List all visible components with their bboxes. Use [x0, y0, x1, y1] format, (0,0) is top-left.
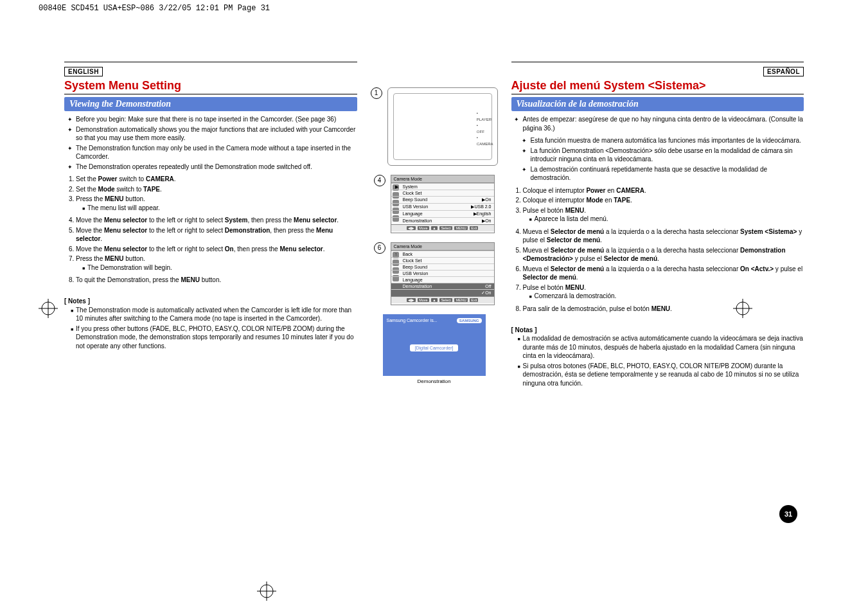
- step: Coloque el interruptor Power en CAMERA.: [523, 186, 804, 195]
- language-tag-english: ENGLISH: [64, 67, 103, 76]
- note-item: La modalidad de demostración se activa a…: [523, 334, 804, 360]
- body-left: Before you begin: Make sure that there i…: [64, 115, 357, 350]
- osd-row: Clock Set: [391, 190, 494, 196]
- osd-row: ↑Back: [391, 251, 494, 257]
- osd-row-highlight: ✓On: [391, 289, 494, 296]
- mode-label: • CAMERA: [477, 135, 493, 147]
- intro-item: The Demonstration function may only be u…: [76, 144, 357, 161]
- step: Set the Mode switch to TAPE.: [76, 185, 357, 194]
- figure-1: 1 • PLAYER • OFF • CAMERA: [371, 87, 498, 166]
- file-header: 00840E SCD451 USA+ESP~086 3/22/05 12:01 …: [0, 0, 868, 17]
- step: Mueva el Selector de menú a la izquierda…: [523, 265, 804, 282]
- illustration-column: 1 • PLAYER • OFF • CAMERA 4 Camera Mode: [370, 62, 499, 391]
- substep: Aparece la lista del menú.: [535, 215, 804, 224]
- osd-legend: ◀▶ Move ▲ Select MENU Exit: [391, 224, 494, 231]
- section-bar-left: Viewing the Demonstration: [64, 97, 357, 111]
- brand-badge: SAMSUNG: [457, 318, 482, 323]
- intro-item: La demostración continuará repetidamente…: [531, 165, 804, 182]
- step: Para salir de la demostración, pulse el …: [523, 305, 804, 314]
- title-left: System Menu Setting: [64, 79, 357, 93]
- demo-screen: Samsung Camcorder is... SAMSUNG [Digital…: [383, 314, 486, 376]
- step: Move the Menu selector to the left or ri…: [76, 226, 357, 244]
- osd-screen-1: Camera Mode ▶System Clock Set Beep Sound…: [391, 175, 495, 233]
- intro-item: Demonstration automatically shows you th…: [76, 125, 357, 143]
- figure-6: 6 Camera Mode ↑Back Clock Set Beep Sound…: [374, 242, 495, 305]
- step: To quit the Demonstration, press the MEN…: [76, 276, 357, 285]
- intro-lead: Antes de empezar: asegúrese de que no ha…: [523, 115, 804, 132]
- step: Coloque el interruptor Mode en TAPE.: [523, 196, 804, 205]
- mode-label: • OFF: [477, 123, 493, 135]
- figure-number-1: 1: [371, 87, 382, 99]
- step: Set the Power switch to CAMERA.: [76, 175, 357, 184]
- osd-row: USB Version▶USB 2.0: [391, 203, 494, 210]
- figure-number-6: 6: [374, 242, 385, 254]
- note-item: The Demonstration mode is automatically …: [76, 306, 357, 323]
- intro-item: La función Demonstration <Demostración> …: [531, 147, 804, 164]
- demo-pill: [Digital Camcorder]: [410, 344, 459, 351]
- demo-top-text: Samsung Camcorder is...: [387, 318, 438, 323]
- step: Press the MENU button. The menu list wil…: [76, 195, 357, 212]
- step: Pulse el botón MENU. Aparece la lista de…: [523, 206, 804, 224]
- osd-title: Camera Mode: [391, 175, 494, 183]
- substep: The menu list will appear.: [87, 204, 357, 213]
- camcorder-drawing: • PLAYER • OFF • CAMERA: [387, 87, 498, 166]
- step: Mueva el Selector de menú a la izquierda…: [523, 227, 804, 245]
- step: Pulse el botón MENU. Comenzará la demost…: [523, 283, 804, 301]
- substep: The Demonstration will begin.: [87, 263, 357, 272]
- figure-4: 4 Camera Mode ▶System Clock Set Beep Sou…: [374, 175, 495, 233]
- osd-row: Clock Set: [391, 257, 494, 263]
- osd-row: ▶System: [391, 183, 494, 190]
- language-tag-spanish: ESPAÑOL: [763, 67, 804, 76]
- demo-screen-figure: Samsung Camcorder is... SAMSUNG [Digital…: [383, 314, 486, 384]
- osd-legend: ◀▶ Move ▲ Select MENU Exit: [391, 296, 494, 303]
- page-number-badge: 31: [779, 505, 797, 523]
- intro-item: The Demonstration operates repeatedly un…: [76, 163, 357, 172]
- demo-caption: Demonstration: [383, 378, 486, 384]
- step: Mueva el Selector de menú a la izquierda…: [523, 246, 804, 263]
- title-right: Ajuste del menú System <Sistema>: [511, 79, 804, 93]
- osd-screen-2: Camera Mode ↑Back Clock Set Beep Sound U…: [391, 242, 495, 305]
- page: 00840E SCD451 USA+ESP~086 3/22/05 12:01 …: [0, 0, 868, 613]
- osd-row: Language▶English: [391, 210, 494, 217]
- note-item: If you press other buttons (FADE, BLC, P…: [76, 324, 357, 351]
- step: Press the MENU button. The Demonstration…: [76, 254, 357, 272]
- step: Move the Menu selector to the left or ri…: [76, 245, 357, 254]
- body-right: Antes de empezar: asegúrese de que no ha…: [511, 115, 804, 387]
- registration-mark-left: [39, 299, 58, 318]
- content-area: ENGLISH System Menu Setting Viewing the …: [0, 17, 868, 398]
- note-item: Si pulsa otros botones (FADE, BLC, PHOTO…: [523, 362, 804, 388]
- column-left: ENGLISH System Menu Setting Viewing the …: [64, 62, 357, 391]
- figure-number-4: 4: [374, 175, 385, 186]
- notes-heading-right: [ Notas ]: [511, 326, 804, 335]
- osd-title: Camera Mode: [391, 243, 494, 251]
- osd-row: Language: [391, 276, 494, 283]
- osd-row: Demonstration▶On: [391, 217, 494, 224]
- registration-mark-bottom: [257, 582, 276, 601]
- notes-heading-left: [ Notes ]: [64, 297, 357, 306]
- osd-row: USB Version: [391, 270, 494, 276]
- osd-row-highlight: DemonstrationOff: [391, 283, 494, 289]
- osd-row: Beep Sound: [391, 263, 494, 270]
- substep: Comenzará la demostración.: [535, 292, 804, 301]
- osd-row: Beep Sound▶On: [391, 196, 494, 203]
- mode-label: • PLAYER: [477, 111, 493, 123]
- column-right: ESPAÑOL Ajuste del menú System <Sistema>…: [511, 62, 804, 391]
- step: Move the Menu selector to the left or ri…: [76, 216, 357, 225]
- intro-item: Before you begin: Make sure that there i…: [76, 115, 357, 124]
- section-bar-right: Visualización de la demostración: [511, 97, 804, 111]
- intro-item: Esta función muestra de manera automátic…: [531, 136, 804, 145]
